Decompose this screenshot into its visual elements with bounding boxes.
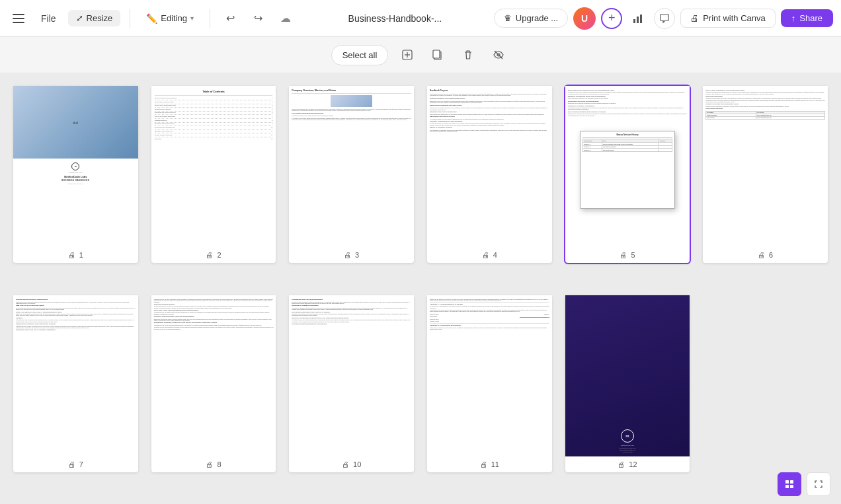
page-num-label-7: 7 bbox=[79, 460, 83, 468]
page-number-10: 🖨 10 bbox=[289, 456, 414, 470]
resize-label: Resize bbox=[87, 13, 113, 23]
page-6-content: Dress Code, Appearance, and Social Media… bbox=[703, 86, 828, 247]
printer-icon-3: 🖨 bbox=[344, 251, 351, 259]
page-thumb-3[interactable]: Company Overview, Mission, and Vision We… bbox=[289, 86, 414, 263]
divider-2 bbox=[210, 9, 210, 28]
select-bar: Select all bbox=[0, 37, 841, 73]
page-number-5: 🖨 5 bbox=[565, 247, 690, 260]
chevron-down-icon: ▾ bbox=[190, 15, 194, 22]
page-thumb-10[interactable]: Compliance with Laws and Regulations Bot… bbox=[289, 295, 414, 472]
page-num-label-8: 8 bbox=[217, 460, 221, 468]
print-label: Print with Canva bbox=[703, 13, 766, 23]
divider-1 bbox=[130, 9, 130, 28]
upgrade-button[interactable]: ♛ Upgrade ... bbox=[494, 9, 568, 28]
page-number-11: 🖨 11 bbox=[427, 456, 552, 470]
page-thumb-6[interactable]: Dress Code, Appearance, and Social Media… bbox=[703, 86, 828, 263]
svg-rect-12 bbox=[785, 485, 789, 488]
svg-rect-11 bbox=[790, 480, 793, 484]
crown-icon: ♛ bbox=[504, 13, 512, 23]
page-num-label-12: 12 bbox=[629, 460, 637, 468]
duplicate-button[interactable] bbox=[426, 44, 449, 66]
printer-icon-8: 🖨 bbox=[206, 460, 213, 468]
add-page-button[interactable] bbox=[396, 44, 419, 66]
printer-icon-2: 🖨 bbox=[206, 251, 213, 259]
printer-icon-12: 🖨 bbox=[618, 460, 625, 468]
svg-rect-0 bbox=[633, 19, 635, 23]
svg-rect-7 bbox=[433, 50, 440, 58]
page-num-label-3: 3 bbox=[355, 251, 359, 259]
hamburger-menu-icon[interactable] bbox=[8, 8, 29, 29]
page-thumb-1[interactable]: 📷 m BottledCode Labs BottledCode Labs BU… bbox=[13, 86, 138, 263]
page-num-label-5: 5 bbox=[631, 251, 635, 259]
page-thumb-5[interactable]: Equal Opportunity Employer and Anti-Disc… bbox=[565, 86, 690, 263]
page-number-8: 🖨 8 bbox=[151, 456, 276, 470]
comment-button[interactable] bbox=[654, 8, 675, 29]
page-10-content: Compliance with Laws and Regulations Bot… bbox=[289, 295, 414, 456]
redo-button[interactable]: ↪ bbox=[247, 8, 268, 29]
stats-icon[interactable] bbox=[627, 8, 649, 29]
printer-icon-10: 🖨 bbox=[342, 460, 349, 468]
topbar-center: Business-Handbook-... bbox=[301, 13, 489, 24]
upgrade-label: Upgrade ... bbox=[516, 13, 558, 23]
svg-rect-13 bbox=[790, 485, 793, 488]
page-12-content: m BottledCode Labs email@bottledcodelabs… bbox=[565, 295, 690, 456]
svg-rect-1 bbox=[637, 17, 639, 23]
page-thumb-2[interactable]: Table of Contents Table of Contents Welc… bbox=[151, 86, 276, 263]
share-button[interactable]: ↑ Share bbox=[781, 9, 833, 27]
undo-button[interactable]: ↩ bbox=[220, 8, 241, 29]
page-number-4: 🖨 4 bbox=[427, 247, 552, 260]
hide-button[interactable] bbox=[487, 44, 510, 66]
page-number-12: 🖨 12 bbox=[565, 456, 690, 470]
page-3-content: Company Overview, Mission, and Vision We… bbox=[289, 86, 414, 247]
avatar[interactable]: U bbox=[573, 7, 596, 30]
printer-icon-6: 🖨 bbox=[758, 251, 765, 259]
print-button[interactable]: 🖨 Print with Canva bbox=[680, 9, 776, 28]
page-num-label-2: 2 bbox=[217, 251, 221, 259]
page-num-label-1: 1 bbox=[79, 251, 83, 259]
page-num-label-6: 6 bbox=[769, 251, 773, 259]
page-4-content: Handbook Purpose The Business Handbook s… bbox=[427, 86, 552, 247]
page-thumb-12[interactable]: m BottledCode Labs email@bottledcodelabs… bbox=[565, 295, 690, 472]
share-label: Share bbox=[799, 13, 822, 23]
editing-button[interactable]: ✏️ Editing ▾ bbox=[140, 10, 200, 27]
expand-view-button[interactable] bbox=[807, 472, 830, 496]
printer-icon-4: 🖨 bbox=[482, 251, 489, 259]
page-number-2: 🖨 2 bbox=[151, 247, 276, 260]
page-2-content: Table of Contents Table of Contents Welc… bbox=[151, 86, 276, 247]
page-thumb-7[interactable]: Training and Development Opportunities A… bbox=[13, 295, 138, 472]
print-icon: 🖨 bbox=[690, 13, 699, 23]
topbar-right: ♛ Upgrade ... U + 🖨 Print with Canva ↑ S… bbox=[494, 7, 833, 30]
bottom-bar bbox=[778, 472, 830, 496]
svg-rect-10 bbox=[785, 480, 789, 484]
page-number-6: 🖨 6 bbox=[703, 247, 828, 260]
page-1-content: 📷 m BottledCode Labs BottledCode Labs BU… bbox=[13, 86, 138, 247]
svg-rect-2 bbox=[640, 15, 642, 23]
printer-icon-1: 🖨 bbox=[68, 251, 75, 259]
printer-icon-7: 🖨 bbox=[68, 460, 75, 468]
page-num-label-4: 4 bbox=[493, 251, 497, 259]
editing-label: Editing bbox=[161, 13, 187, 23]
canvas-area: 📷 m BottledCode Labs BottledCode Labs BU… bbox=[0, 73, 841, 504]
page-8-content: At BottledCode Labs, our safety is param… bbox=[151, 295, 276, 456]
page-number-7: 🖨 7 bbox=[13, 456, 138, 470]
grid-view-button[interactable] bbox=[778, 472, 801, 496]
page-num-label-10: 10 bbox=[353, 460, 361, 468]
resize-button[interactable]: ⤢ Resize bbox=[68, 10, 121, 26]
page-thumb-8[interactable]: At BottledCode Labs, our safety is param… bbox=[151, 295, 276, 472]
page-number-3: 🖨 3 bbox=[289, 247, 414, 260]
page-thumb-4[interactable]: Handbook Purpose The Business Handbook s… bbox=[427, 86, 552, 263]
resize-icon: ⤢ bbox=[76, 13, 83, 23]
page-thumb-11[interactable]: BottledCode Labs believes in the growth … bbox=[427, 295, 552, 472]
page-number-1: 🖨 1 bbox=[13, 247, 138, 260]
delete-button[interactable] bbox=[457, 44, 479, 66]
printer-icon-11: 🖨 bbox=[480, 460, 487, 468]
file-button[interactable]: File bbox=[36, 11, 61, 26]
page-11-content: BottledCode Labs believes in the growth … bbox=[427, 295, 552, 456]
add-collaborator-button[interactable]: + bbox=[601, 8, 622, 29]
select-all-label: Select all bbox=[342, 50, 378, 60]
page-5-content: Equal Opportunity Employer and Anti-Disc… bbox=[565, 86, 690, 247]
pencil-icon: ✏️ bbox=[146, 13, 157, 24]
cloud-save-icon[interactable]: ☁ bbox=[275, 8, 296, 29]
select-all-button[interactable]: Select all bbox=[331, 45, 389, 65]
document-title[interactable]: Business-Handbook-... bbox=[348, 13, 442, 24]
